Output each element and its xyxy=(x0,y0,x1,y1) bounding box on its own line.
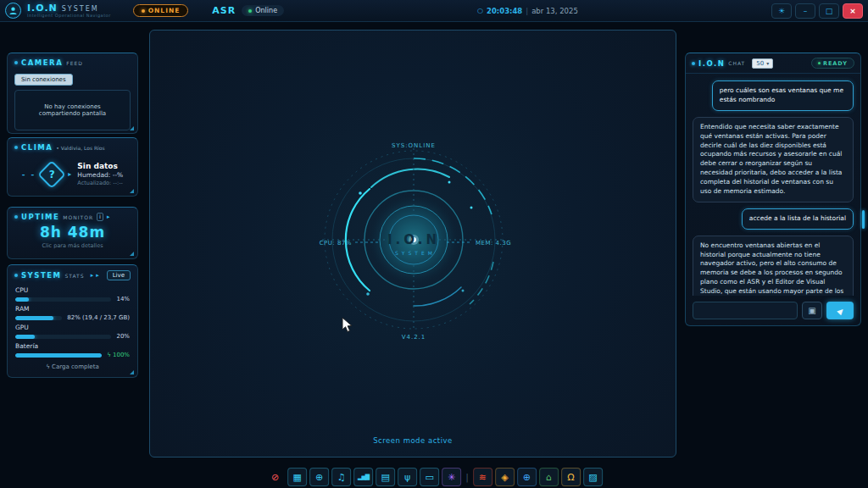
globe-button[interactable]: ⊕ xyxy=(309,468,329,486)
calendar-button[interactable]: ▦ xyxy=(287,468,307,486)
asr-status-dot-icon xyxy=(248,9,252,13)
uptime-hint: Clic para más detalles xyxy=(8,242,137,249)
image-icon: ▨ xyxy=(588,473,597,482)
uptime-panel[interactable]: UPTIME MONITOR i ▸ 8h 48m Clic para más … xyxy=(7,207,138,259)
chevron-down-icon: ▾ xyxy=(766,60,769,66)
chat-input[interactable] xyxy=(693,302,798,319)
microphone-button[interactable]: ψ xyxy=(398,468,417,486)
live-button[interactable]: Live xyxy=(107,270,131,280)
stat-label-gpu: GPU xyxy=(15,324,130,331)
hud-center-title: I.O.N xyxy=(387,232,440,247)
mouse-cursor xyxy=(342,317,353,336)
maximize-button[interactable]: □ xyxy=(819,3,839,19)
camera-tab-no-connections[interactable]: Sin conexiones xyxy=(14,74,73,86)
chat-message-assistant: No encuentro ventanas abiertas en el his… xyxy=(693,236,854,296)
minimize-button[interactable]: – xyxy=(795,3,815,19)
home-button[interactable]: ⌂ xyxy=(539,468,559,486)
window-controls: ☀ – □ × xyxy=(771,3,863,19)
hud-mem-label: MEM: 4.3G xyxy=(476,240,511,247)
minimize-icon: – xyxy=(804,7,808,15)
headphones-button[interactable]: ♫ xyxy=(331,468,351,486)
online-badge[interactable]: ONLINE xyxy=(133,4,189,17)
maximize-icon: □ xyxy=(826,7,833,15)
calendar-icon: ▦ xyxy=(292,473,301,482)
stat-bar-fill xyxy=(15,297,29,302)
globe-network-button[interactable]: ⊕ xyxy=(517,468,537,486)
topbar: I.O.N SYSTEM Intelligent Operational Nav… xyxy=(0,0,868,22)
ready-badge-label: READY xyxy=(823,60,848,67)
system-panel-suffix: STATS xyxy=(64,273,84,279)
stat-label-ram: RAM xyxy=(15,305,130,313)
image-button[interactable]: ▨ xyxy=(583,468,603,486)
sparkle-icon: ✳ xyxy=(448,473,455,482)
system-stats-list: CPU14%RAM82% (19,4 / 23,7 GB)GPU20%Bater… xyxy=(8,282,137,358)
stat-row-batería: ϟ 100% xyxy=(15,352,130,358)
screenshot-attach-button[interactable]: ▣ xyxy=(802,302,822,319)
sparkle-button[interactable]: ✳ xyxy=(442,468,461,486)
brand-name: I.O.N xyxy=(27,3,58,13)
stat-label-batería: Batería xyxy=(15,342,130,350)
bell-button[interactable]: Ω xyxy=(561,468,581,486)
asr-status-label: Online xyxy=(255,7,277,14)
stat-value: 14% xyxy=(116,296,130,302)
stat-row-gpu: 20% xyxy=(15,333,130,340)
hud-version-label: V4.2.1 xyxy=(402,334,426,341)
weather-dashes: - - xyxy=(22,170,36,179)
chat-input-row: ▣ ▶ xyxy=(686,296,860,325)
chevron-right-icon: ▸ xyxy=(107,214,110,220)
stat-bar-track xyxy=(15,316,62,320)
shield-button[interactable]: ◈ xyxy=(495,468,515,486)
resize-corner-icon[interactable] xyxy=(130,370,134,374)
clock-icon: ○ xyxy=(477,7,483,14)
bar-chart-icon: ▂▅▇ xyxy=(358,474,369,480)
chat-messages[interactable]: pero cuáles son esas ventanas que me est… xyxy=(686,74,860,296)
stat-value: 82% (19,4 / 23,7 GB) xyxy=(67,314,130,321)
mic-muted-icon: ⊘ xyxy=(271,473,279,482)
history-limit-select[interactable]: 50 ▾ xyxy=(752,58,773,69)
rss-button[interactable]: ≋ xyxy=(473,468,492,486)
theme-toggle-button[interactable]: ☀ xyxy=(771,3,792,19)
stat-bar-fill xyxy=(15,335,35,339)
user-avatar-icon[interactable] xyxy=(5,3,21,19)
chat-message-user: pero cuáles son esas ventanas que me est… xyxy=(712,80,854,111)
history-limit-value: 50 xyxy=(756,60,764,67)
panel-dot-icon xyxy=(692,62,695,65)
close-button[interactable]: × xyxy=(843,3,863,19)
clock: ○ 20:03:48 | abr 13, 2025 xyxy=(477,7,578,15)
chat-header: I.O.N CHAT 50 ▾ READY xyxy=(686,53,860,74)
online-badge-label: ONLINE xyxy=(148,7,181,14)
camera-panel-suffix: FEED xyxy=(66,60,83,66)
stat-label-cpu: CPU xyxy=(15,286,130,294)
weather-panel: CLIMA • Valdivia, Los Ríos - - ? ▸ Sin d… xyxy=(7,137,138,197)
hud-visualization: SYS:ONLINE CPU: 87% MEM: 4.3G V4.2.1 I.O… xyxy=(270,96,558,384)
resize-corner-icon[interactable] xyxy=(130,189,134,193)
sun-icon: ☀ xyxy=(778,7,785,15)
hud-center-subtitle: SYSTEM xyxy=(395,250,436,256)
brand-suffix: SYSTEM xyxy=(62,6,99,13)
online-dot-icon xyxy=(142,9,145,13)
ready-badge: READY xyxy=(811,58,854,69)
camera-empty-state: No hay conexiones compartiendo pantalla xyxy=(14,90,131,130)
resize-corner-icon[interactable] xyxy=(130,252,134,256)
shield-icon: ◈ xyxy=(501,473,508,482)
send-button[interactable]: ▶ xyxy=(826,302,854,319)
scrollbar-thumb[interactable] xyxy=(862,210,865,229)
info-icon[interactable]: i xyxy=(97,213,103,221)
chevron-right-icon[interactable]: ▸ xyxy=(96,272,99,279)
chat-bubble-icon: ▭ xyxy=(425,473,433,482)
camera-feed-panel: CAMERA FEED Sin conexiones No hay conexi… xyxy=(7,53,138,134)
panel-dot-icon xyxy=(14,274,18,277)
home-icon: ⌂ xyxy=(546,473,552,482)
microphone-icon: ψ xyxy=(404,473,410,482)
weather-location: • Valdivia, Los Ríos xyxy=(56,145,104,151)
resize-corner-icon[interactable] xyxy=(130,126,134,130)
chat-panel: I.O.N CHAT 50 ▾ READY pero cuáles son es… xyxy=(685,53,861,326)
battery-status-text: ϟ Carga completa xyxy=(8,363,137,370)
chat-bubble-button[interactable]: ▭ xyxy=(420,468,439,486)
bar-chart-button[interactable]: ▂▅▇ xyxy=(353,468,373,486)
chevron-right-icon[interactable]: ▸ xyxy=(91,272,94,279)
mic-muted-button[interactable]: ⊘ xyxy=(265,468,285,486)
asr-status-pill[interactable]: Online xyxy=(242,5,284,16)
briefcase-button[interactable]: ▤ xyxy=(376,468,395,486)
clock-date: abr 13, 2025 xyxy=(531,7,578,15)
